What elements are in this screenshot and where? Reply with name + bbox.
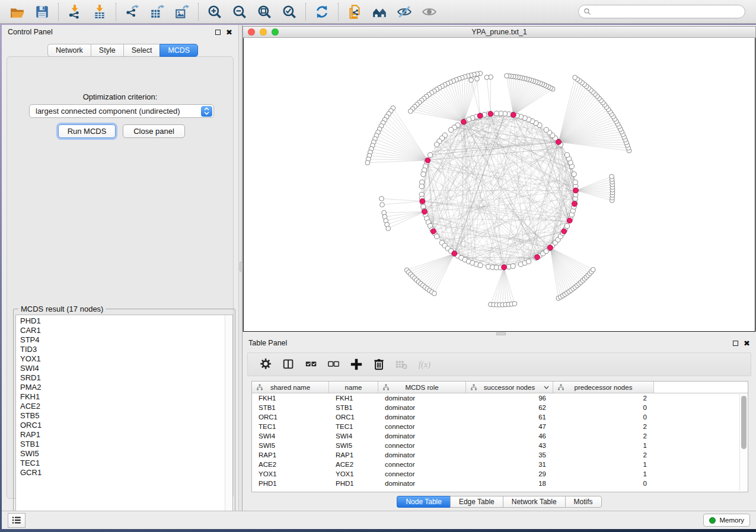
panel-divider-vertical[interactable]	[238, 25, 243, 511]
table-row[interactable]: FKH1FKH1dominator962	[252, 393, 748, 403]
table-cell: ACE2	[252, 461, 329, 468]
save-session-icon[interactable]	[30, 2, 55, 21]
add-row-icon[interactable]	[345, 355, 368, 373]
first-neighbors-icon[interactable]	[367, 2, 392, 21]
panel-divider-horizontal[interactable]	[243, 332, 756, 336]
zoom-out-icon[interactable]	[227, 2, 252, 21]
tab-motifs[interactable]: Motifs	[565, 496, 602, 508]
run-mcds-button[interactable]: Run MCDS	[58, 124, 116, 138]
mcds-result-item[interactable]: FKH1	[20, 392, 232, 402]
divider-handle[interactable]	[496, 332, 506, 335]
mcds-result-item[interactable]: ORC1	[20, 421, 232, 430]
table-cell: STB1	[252, 404, 329, 411]
mcds-result-item[interactable]: STB5	[20, 411, 232, 421]
table-row[interactable]: TEC1TEC1connector472	[252, 422, 748, 431]
mcds-result-item[interactable]: YOX1	[20, 354, 232, 364]
export-table-icon[interactable]	[145, 2, 170, 21]
column-header-successor-nodes[interactable]: successor nodes	[466, 382, 553, 393]
svg-text:f(x): f(x)	[419, 360, 430, 370]
export-image-icon[interactable]	[170, 2, 194, 21]
float-panel-icon[interactable]	[215, 30, 221, 35]
close-panel-icon[interactable]: ✖	[744, 339, 750, 347]
tab-mcds[interactable]: MCDS	[160, 44, 198, 57]
mcds-result-item[interactable]: TID3	[20, 345, 232, 354]
mcds-result-item[interactable]: SWI4	[20, 364, 232, 373]
export-network-icon[interactable]	[120, 2, 145, 21]
criterion-dropdown[interactable]: largest connected component (undirected)	[29, 104, 214, 118]
apply-layout-icon[interactable]	[310, 2, 334, 21]
list-icon	[11, 515, 22, 525]
mcds-result-item[interactable]: SRD1	[20, 373, 232, 383]
scrollbar-thumb[interactable]	[741, 396, 747, 449]
table-cell: 62	[466, 404, 553, 411]
mcds-result-item[interactable]: TEC1	[20, 459, 232, 468]
table-row[interactable]: PHD1PHD1dominator180	[252, 479, 748, 488]
column-header-MCDS-role[interactable]: MCDS role	[378, 382, 466, 393]
table-settings-icon[interactable]	[255, 355, 277, 373]
close-panel-icon[interactable]: ✖	[226, 28, 232, 36]
table-cell: 46	[466, 432, 553, 440]
mcds-result-item[interactable]: SWI5	[20, 449, 232, 459]
import-table-icon[interactable]	[87, 2, 112, 21]
tab-network[interactable]: Network	[47, 44, 91, 57]
network-canvas[interactable]	[243, 38, 755, 332]
table-row[interactable]: STB1STB1dominator620	[252, 403, 748, 412]
mcds-result-item[interactable]: STP4	[20, 335, 232, 345]
column-header-shared-name[interactable]: shared name	[252, 382, 329, 393]
mcds-result-item[interactable]: RAP1	[20, 430, 232, 440]
hide-selected-icon[interactable]	[392, 2, 417, 21]
table-cell: YOX1	[329, 470, 378, 477]
table-row[interactable]: SWI4SWI4dominator462	[252, 431, 748, 441]
column-selector-icon[interactable]	[277, 355, 300, 373]
table-cell: ORC1	[329, 414, 378, 421]
tab-select[interactable]: Select	[123, 44, 160, 57]
search-box[interactable]	[578, 5, 745, 18]
new-network-from-selection-icon[interactable]	[342, 2, 367, 21]
zoom-fit-icon[interactable]	[252, 2, 277, 21]
table-scrollbar[interactable]	[739, 394, 747, 491]
tab-node-table[interactable]: Node Table	[397, 496, 450, 508]
close-panel-button[interactable]: Close panel	[123, 124, 185, 138]
table-cell: dominator	[378, 451, 466, 459]
mcds-result-item[interactable]: PMA2	[20, 383, 232, 392]
mcds-result-item[interactable]: ACE2	[20, 402, 232, 411]
table-cell: PHD1	[252, 480, 329, 487]
mcds-result-item[interactable]: CAR1	[20, 326, 232, 335]
table-row[interactable]: YOX1YOX1connector291	[252, 469, 748, 479]
table-cell: SWI5	[252, 442, 329, 449]
table-row[interactable]: ORC1ORC1dominator610	[252, 412, 748, 422]
mcds-result-item[interactable]: GCR1	[20, 468, 232, 477]
tab-edge-table[interactable]: Edge Table	[450, 496, 503, 508]
table-row[interactable]: RAP1RAP1dominator352	[252, 450, 748, 460]
divider-handle[interactable]	[240, 262, 243, 271]
column-header-name[interactable]: name	[329, 382, 378, 393]
node-table: shared namenameMCDS rolesuccessor nodesp…	[251, 381, 748, 492]
float-panel-icon[interactable]	[733, 341, 738, 346]
mcds-result-item[interactable]: PHD1	[20, 316, 232, 326]
import-network-icon[interactable]	[62, 2, 87, 21]
mcds-result-list[interactable]: PHD1CAR1STP4TID3YOX1SWI4SRD1PMA2FKH1ACE2…	[15, 315, 233, 525]
status-bar: Memory	[2, 511, 756, 529]
open-file-icon[interactable]	[5, 2, 30, 21]
mcds-result-item[interactable]: STB1	[20, 440, 232, 449]
table-cell: 0	[553, 414, 654, 421]
network-window-titlebar[interactable]: YPA_prune.txt_1	[243, 27, 755, 38]
deselect-all-icon[interactable]	[323, 355, 345, 373]
task-history-button[interactable]	[8, 513, 25, 528]
zoom-selected-icon[interactable]	[277, 2, 302, 21]
zoom-in-icon[interactable]	[202, 2, 227, 21]
tab-style[interactable]: Style	[91, 44, 123, 57]
search-icon	[583, 8, 591, 15]
column-header-predecessor-nodes[interactable]: predecessor nodes	[553, 382, 654, 393]
search-input[interactable]	[594, 8, 740, 16]
mcds-list-scrollbar[interactable]	[225, 315, 232, 525]
table-cell: connector	[378, 442, 466, 449]
table-row[interactable]: SWI5SWI5connector431	[252, 441, 748, 450]
select-all-icon[interactable]	[300, 355, 323, 373]
table-row[interactable]: ACE2ACE2connector311	[252, 460, 748, 469]
delete-row-icon[interactable]	[368, 355, 390, 373]
table-cell: dominator	[378, 404, 466, 411]
tab-network-table[interactable]: Network Table	[503, 496, 565, 508]
toolbar-separator	[58, 3, 59, 21]
memory-button[interactable]: Memory	[703, 514, 750, 527]
